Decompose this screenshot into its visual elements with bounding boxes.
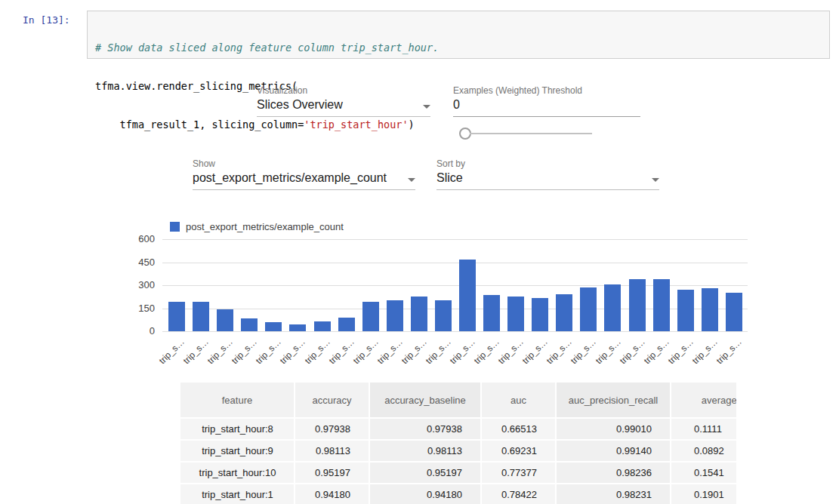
bar[interactable] <box>362 302 379 331</box>
x-axis-tick-label: trip_s… <box>510 337 550 376</box>
cell-prompt: In [13]: <box>23 14 70 26</box>
table-header-row: featureaccuracyaccuracy_baselineaucauc_p… <box>180 383 736 417</box>
x-axis-tick-label: trip_s… <box>341 337 380 376</box>
threshold-slider[interactable] <box>459 128 592 140</box>
x-axis-tick-label: trip_s… <box>559 337 598 376</box>
table-cell: trip_start_hour:8 <box>180 419 294 439</box>
bar[interactable] <box>411 297 427 331</box>
column-header: average_loss <box>671 383 736 417</box>
threshold-label: Examples (Weighted) Threshold <box>453 85 582 96</box>
table-row: trip_start_hour:90.981130.981130.692310.… <box>180 441 736 461</box>
bar[interactable] <box>459 260 476 331</box>
table-row: trip_start_hour:80.979380.979380.665130.… <box>180 419 736 439</box>
bar[interactable] <box>193 302 209 331</box>
x-axis-tick-label: trip_s… <box>631 337 671 376</box>
bar[interactable] <box>265 322 282 331</box>
x-axis-tick-label: trip_s… <box>389 337 428 376</box>
x-axis-tick-label: trip_s… <box>365 337 404 376</box>
bar[interactable] <box>289 324 306 331</box>
bar-series <box>165 239 746 331</box>
sort-by-dropdown[interactable]: Slice <box>436 171 659 190</box>
metrics-table: featureaccuracyaccuracy_baselineaucauc_p… <box>179 381 736 504</box>
x-axis-tick-label: trip_s… <box>414 337 453 376</box>
code-cell[interactable]: # Show data sliced along feature column … <box>87 11 830 59</box>
bar[interactable] <box>556 294 572 331</box>
table-row: trip_start_hour:100.951970.951970.773770… <box>180 463 736 483</box>
table-cell: trip_start_hour:9 <box>180 441 294 461</box>
table-cell: 0.97938 <box>370 419 480 439</box>
x-axis-tick-label: trip_s… <box>607 337 646 376</box>
column-header: accuracy <box>295 383 369 417</box>
bar[interactable] <box>435 300 452 331</box>
bar[interactable] <box>387 300 403 331</box>
table-cell: 0.1111 <box>671 419 736 439</box>
table-cell: 0.1541 <box>671 463 736 483</box>
x-axis-tick-label: trip_s… <box>171 337 211 376</box>
visualization-label: Visualization <box>257 85 307 96</box>
table-cell: 0.98113 <box>370 441 480 461</box>
visualization-dropdown[interactable]: Slices Overview <box>257 98 430 117</box>
x-axis-tick-label: trip_s… <box>583 337 622 376</box>
x-axis-tick-label: trip_s… <box>486 337 526 376</box>
y-axis-tick-label: 0 <box>121 325 155 337</box>
sort-by-value: Slice <box>436 171 463 185</box>
x-axis-tick-label: trip_s… <box>316 337 356 376</box>
show-metric-dropdown[interactable]: post_export_metrics/example_count <box>193 171 415 190</box>
table-cell: 0.99010 <box>557 419 670 439</box>
bar[interactable] <box>241 318 258 331</box>
y-axis-tick-label: 150 <box>121 303 155 315</box>
table-cell: 0.95197 <box>295 463 369 483</box>
x-axis-tick-label: trip_s… <box>705 337 744 376</box>
table-cell: 0.78422 <box>482 484 555 504</box>
bar[interactable] <box>483 295 500 331</box>
x-axis-tick-label: trip_s… <box>655 337 695 376</box>
y-axis-tick-label: 300 <box>121 279 155 291</box>
bar[interactable] <box>507 297 524 331</box>
bar[interactable] <box>314 321 331 331</box>
bar[interactable] <box>702 288 718 331</box>
table-cell: trip_start_hour:1 <box>180 484 294 504</box>
y-axis-tick-label: 600 <box>121 233 155 245</box>
bar[interactable] <box>604 284 621 331</box>
bar[interactable] <box>677 290 694 331</box>
threshold-input[interactable]: 0 <box>453 98 640 117</box>
column-header: auc <box>482 383 555 417</box>
bar[interactable] <box>532 298 548 331</box>
table-cell: 0.95197 <box>370 463 480 483</box>
visualization-value: Slices Overview <box>257 98 343 112</box>
bar[interactable] <box>338 318 355 331</box>
table-cell: 0.69231 <box>482 441 555 461</box>
threshold-value: 0 <box>453 98 460 112</box>
gridline <box>162 331 748 332</box>
bar[interactable] <box>726 293 742 331</box>
table-cell: 0.0892 <box>671 441 736 461</box>
x-axis-tick-label: trip_s… <box>220 337 259 376</box>
column-header: auc_precision_recall <box>557 383 670 417</box>
x-axis-tick-label: trip_s… <box>147 337 187 376</box>
x-axis-tick-label: trip_s… <box>462 337 501 376</box>
legend-label: post_export_metrics/example_count <box>186 221 344 232</box>
table-cell: trip_start_hour:10 <box>180 463 294 483</box>
x-axis-tick-label: trip_s… <box>292 337 332 376</box>
code-line-3: tfma_result_1, slicing_column='trip_star… <box>95 118 822 131</box>
table-cell: 0.97938 <box>295 419 369 439</box>
column-header: accuracy_baseline <box>370 383 480 417</box>
bar[interactable] <box>217 309 233 331</box>
bar[interactable] <box>168 302 185 331</box>
x-axis-tick-label: trip_s… <box>438 337 477 376</box>
table-cell: 0.66513 <box>482 419 555 439</box>
x-axis-tick-label: trip_s… <box>680 337 719 376</box>
table-cell: 0.94180 <box>295 484 369 504</box>
table-cell: 0.98231 <box>557 484 670 504</box>
table-cell: 0.98113 <box>295 441 369 461</box>
table-cell: 0.1901 <box>671 484 736 504</box>
show-label: Show <box>193 158 215 169</box>
x-axis-tick-label: trip_s… <box>268 337 307 376</box>
bar[interactable] <box>629 279 646 331</box>
bar[interactable] <box>580 287 597 331</box>
show-metric-value: post_export_metrics/example_count <box>193 171 387 185</box>
table-cell: 0.98236 <box>557 463 670 483</box>
bar[interactable] <box>653 279 670 331</box>
chevron-down-icon <box>408 178 415 182</box>
x-axis-tick-label: trip_s… <box>244 337 283 376</box>
